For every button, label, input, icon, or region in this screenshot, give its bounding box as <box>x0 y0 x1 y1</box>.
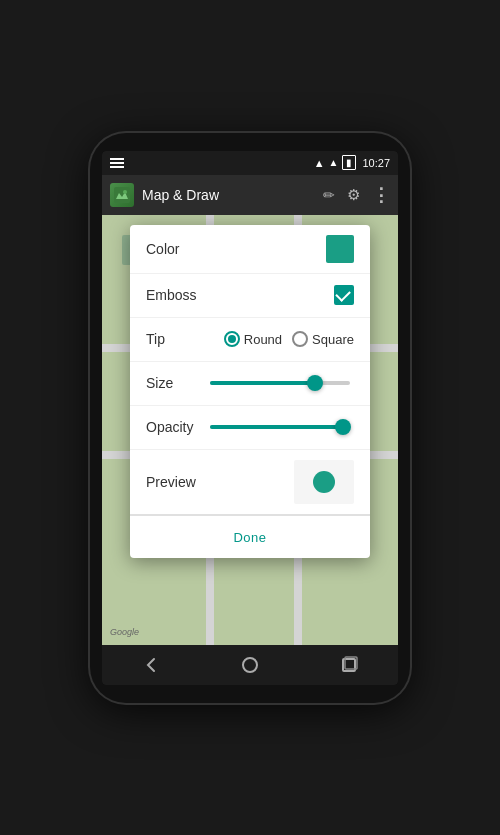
wifi-icon: ▲ <box>314 157 325 169</box>
preview-row: Preview <box>130 450 370 515</box>
square-radio[interactable] <box>292 331 308 347</box>
svg-rect-0 <box>114 187 130 203</box>
opacity-slider[interactable] <box>210 425 350 429</box>
more-icon[interactable]: ⋮ <box>372 184 390 206</box>
opacity-content <box>206 425 354 429</box>
done-button[interactable]: Done <box>233 530 266 545</box>
menu-icon <box>110 158 124 168</box>
tip-row: Tip Round Square <box>130 318 370 362</box>
map-background: Google Color Emboss <box>102 215 398 645</box>
round-label: Round <box>244 332 282 347</box>
color-content <box>206 235 354 263</box>
tip-radio-group: Round Square <box>224 331 354 347</box>
emboss-content <box>206 285 354 305</box>
home-button[interactable] <box>234 649 266 681</box>
round-radio[interactable] <box>224 331 240 347</box>
signal-icon: ▲ <box>329 157 339 168</box>
emboss-label: Emboss <box>146 287 206 303</box>
phone-screen: ▲ ▲ ▮ 10:27 Map & Draw ✏ ⚙ ⋮ <box>102 151 398 685</box>
nav-bar <box>102 645 398 685</box>
size-label: Size <box>146 375 206 391</box>
svg-point-2 <box>123 190 127 194</box>
brush-settings-dialog: Color Emboss Tip <box>130 225 370 558</box>
opacity-label: Opacity <box>146 419 206 435</box>
time-display: 10:27 <box>362 157 390 169</box>
square-label: Square <box>312 332 354 347</box>
color-swatch[interactable] <box>326 235 354 263</box>
dialog-overlay: Color Emboss Tip <box>102 215 398 645</box>
recents-button[interactable] <box>333 649 365 681</box>
color-row: Color <box>130 225 370 274</box>
square-option[interactable]: Square <box>292 331 354 347</box>
round-option[interactable]: Round <box>224 331 282 347</box>
emboss-row: Emboss <box>130 274 370 318</box>
preview-label: Preview <box>146 474 206 490</box>
emboss-checkbox[interactable] <box>334 285 354 305</box>
back-button[interactable] <box>135 649 167 681</box>
opacity-row: Opacity <box>130 406 370 450</box>
status-bar-right: ▲ ▲ ▮ 10:27 <box>314 155 390 170</box>
gear-icon[interactable]: ⚙ <box>347 186 360 204</box>
status-bar: ▲ ▲ ▮ 10:27 <box>102 151 398 175</box>
status-bar-left <box>110 158 124 168</box>
svg-point-3 <box>243 658 257 672</box>
app-icon <box>110 183 134 207</box>
size-row: Size <box>130 362 370 406</box>
pencil-icon[interactable]: ✏ <box>323 187 335 203</box>
battery-icon: ▮ <box>342 155 356 170</box>
tip-content: Round Square <box>206 331 354 347</box>
tip-label: Tip <box>146 331 206 347</box>
preview-dot <box>313 471 335 493</box>
app-title: Map & Draw <box>142 187 315 203</box>
app-bar: Map & Draw ✏ ⚙ ⋮ <box>102 175 398 215</box>
color-label: Color <box>146 241 206 257</box>
preview-area <box>294 460 354 504</box>
phone-device: ▲ ▲ ▮ 10:27 Map & Draw ✏ ⚙ ⋮ <box>90 133 410 703</box>
size-slider[interactable] <box>210 381 350 385</box>
app-bar-actions: ✏ ⚙ ⋮ <box>323 184 390 206</box>
preview-content <box>206 460 354 504</box>
done-section: Done <box>130 515 370 558</box>
size-content <box>206 381 354 385</box>
